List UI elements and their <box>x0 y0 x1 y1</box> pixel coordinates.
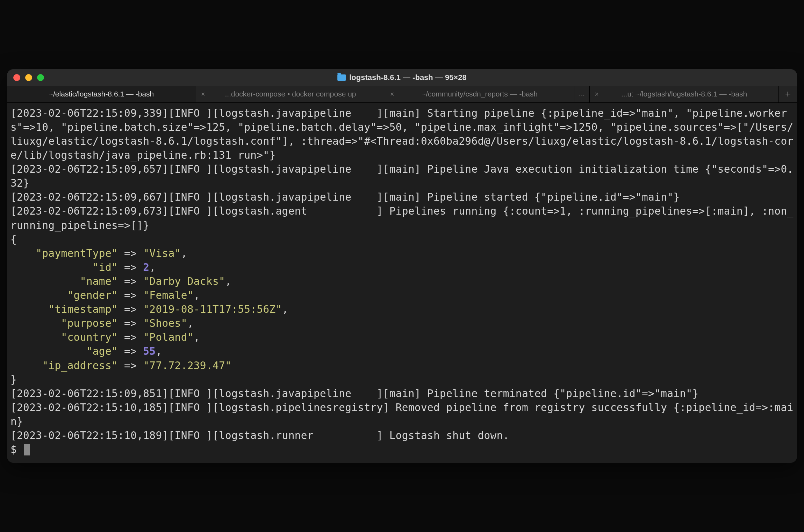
shell-prompt: $ <box>10 444 23 455</box>
arrow: => <box>118 261 143 273</box>
add-tab-button[interactable]: + <box>779 86 797 102</box>
field-val: "Darby Dacks" <box>143 275 225 287</box>
comma: , <box>181 247 187 259</box>
log-line: [2023-02-06T22:15:09,657][INFO ][logstas… <box>10 163 794 189</box>
log-line: [2023-02-06T22:15:09,851][INFO ][logstas… <box>10 388 699 400</box>
tab-2[interactable]: × ...docker-compose • docker compose up <box>196 86 385 102</box>
tab-label: ~/elastic/logstash-8.6.1 — -bash <box>49 90 154 98</box>
arrow: => <box>118 331 143 343</box>
tab-label: ...docker-compose • docker compose up <box>225 90 356 98</box>
close-icon[interactable]: × <box>390 90 394 98</box>
close-button[interactable] <box>13 74 20 81</box>
arrow: => <box>118 317 143 329</box>
log-line: [2023-02-06T22:15:09,667][INFO ][logstas… <box>10 191 680 203</box>
arrow: => <box>118 275 143 287</box>
traffic-lights <box>13 74 44 81</box>
record-close: } <box>10 374 17 386</box>
minimize-button[interactable] <box>25 74 32 81</box>
close-icon[interactable]: × <box>595 90 599 98</box>
field-val: "2019-08-11T17:55:56Z" <box>143 303 282 315</box>
comma: , <box>225 275 231 287</box>
field-key: "age" <box>10 345 118 357</box>
log-line: [2023-02-06T22:15:10,185][INFO ][logstas… <box>10 402 794 427</box>
field-val: "77.72.239.47" <box>143 360 231 372</box>
arrow: => <box>118 303 143 315</box>
tab-overflow-button[interactable]: … <box>574 86 590 102</box>
field-val: "Female" <box>143 289 193 301</box>
folder-icon <box>337 74 346 81</box>
field-key: "paymentType" <box>10 247 118 259</box>
close-icon[interactable]: × <box>201 90 205 98</box>
log-line: [2023-02-06T22:15:09,673][INFO ][logstas… <box>10 205 794 231</box>
arrow: => <box>118 360 143 372</box>
field-val: 2 <box>143 261 149 273</box>
tab-4[interactable]: × ...u: ~/logstash/logstash-8.6.1 — -bas… <box>590 86 779 102</box>
comma: , <box>194 289 200 301</box>
terminal-window: logstash-8.6.1 — -bash — 95×28 ~/elastic… <box>7 69 797 463</box>
comma: , <box>194 331 200 343</box>
maximize-button[interactable] <box>37 74 44 81</box>
log-line: [2023-02-06T22:15:09,339][INFO ][logstas… <box>10 107 794 161</box>
field-key: "name" <box>10 275 118 287</box>
tab-label: ...u: ~/logstash/logstash-8.6.1 — -bash <box>621 90 747 98</box>
window-title: logstash-8.6.1 — -bash — 95×28 <box>337 73 467 82</box>
terminal-output[interactable]: [2023-02-06T22:15:09,339][INFO ][logstas… <box>7 103 797 463</box>
field-key: "ip_address" <box>10 360 118 372</box>
arrow: => <box>118 247 143 259</box>
field-key: "country" <box>10 331 118 343</box>
field-key: "timestamp" <box>10 303 118 315</box>
cursor <box>24 444 30 455</box>
tabbar: ~/elastic/logstash-8.6.1 — -bash × ...do… <box>7 86 797 103</box>
log-line: [2023-02-06T22:15:10,189][INFO ][logstas… <box>10 430 509 441</box>
field-key: "id" <box>10 261 118 273</box>
comma: , <box>187 317 194 329</box>
field-key: "gender" <box>10 289 118 301</box>
window-title-text: logstash-8.6.1 — -bash — 95×28 <box>349 73 467 82</box>
record-open: { <box>10 233 17 245</box>
field-val: 55 <box>143 345 156 357</box>
tab-1[interactable]: ~/elastic/logstash-8.6.1 — -bash <box>7 86 196 102</box>
tab-label: ~/community/csdn_reports — -bash <box>422 90 538 98</box>
comma: , <box>282 303 288 315</box>
arrow: => <box>118 289 143 301</box>
field-val: "Shoes" <box>143 317 187 329</box>
field-key: "purpose" <box>10 317 118 329</box>
titlebar: logstash-8.6.1 — -bash — 95×28 <box>7 69 797 86</box>
comma: , <box>149 261 156 273</box>
arrow: => <box>118 345 143 357</box>
comma: , <box>156 345 162 357</box>
tab-3[interactable]: × ~/community/csdn_reports — -bash <box>385 86 574 102</box>
field-val: "Poland" <box>143 331 193 343</box>
field-val: "Visa" <box>143 247 181 259</box>
